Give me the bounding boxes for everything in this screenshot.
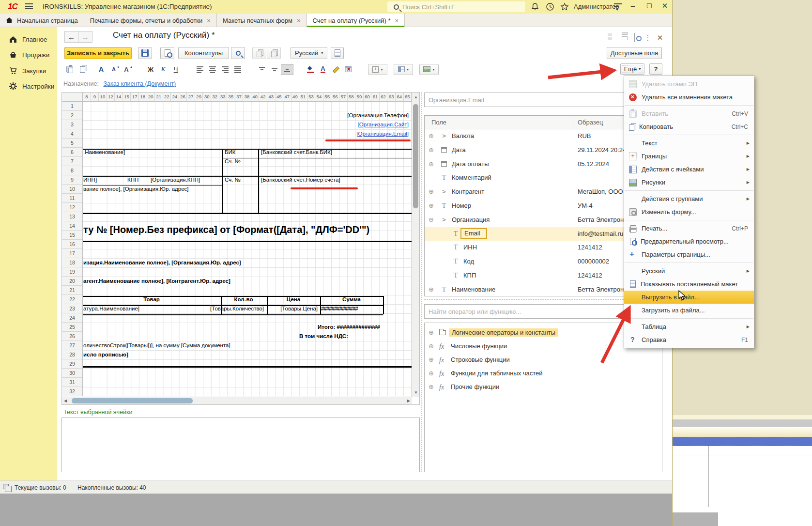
column-header[interactable]: 33: [219, 93, 228, 101]
row-header[interactable]: 14: [62, 221, 82, 231]
row-header[interactable]: 3: [62, 120, 82, 129]
expand-icon[interactable]: ⊕: [429, 342, 434, 350]
sheet-cell-text[interactable]: Сумма: [342, 296, 361, 303]
column-header[interactable]: 55: [323, 93, 332, 101]
column-headers[interactable]: 8910121415171820212224262729303233353738…: [83, 93, 412, 102]
expand-icon[interactable]: ⊕: [429, 356, 434, 363]
print-preview-icon[interactable]: [630, 33, 639, 42]
save-button[interactable]: [138, 47, 152, 59]
font-size-increase-icon[interactable]: А: [120, 64, 133, 75]
kebab-menu-icon[interactable]: ⋮: [643, 33, 652, 42]
headers-footers-button[interactable]: Колонтитулы: [178, 47, 229, 59]
1c-logo-icon[interactable]: 1С: [8, 2, 17, 12]
row-header[interactable]: 10: [62, 185, 82, 194]
menu-item[interactable]: СправкаF1: [624, 333, 754, 346]
clear-format-icon[interactable]: [342, 64, 354, 75]
function-group-label[interactable]: Числовые функции: [451, 342, 507, 350]
field-label[interactable]: Валюта: [452, 132, 474, 139]
menu-item[interactable]: Действия с ячейками▶: [624, 163, 754, 176]
align-center-icon[interactable]: [206, 64, 219, 75]
row-header[interactable]: 12: [62, 203, 82, 212]
sheet-cell-text[interactable]: вание полное], [Организация.Юр. адрес]: [83, 186, 189, 193]
expand-icon[interactable]: ⊕: [429, 160, 434, 168]
sheet-cell-text[interactable]: БИК: [225, 149, 236, 156]
function-group-label[interactable]: Строковые функции: [451, 356, 510, 363]
field-label[interactable]: Наименование: [452, 286, 495, 293]
column-header[interactable]: 62: [380, 93, 388, 101]
column-header[interactable]: 18: [139, 93, 147, 101]
layout-spreadsheet[interactable]: 8910121415171820212224262729303233353738…: [61, 92, 420, 405]
column-header[interactable]: 60: [364, 93, 372, 101]
save-and-close-button[interactable]: Записать и закрыть: [64, 47, 132, 59]
column-header[interactable]: 30: [203, 93, 211, 101]
row-header[interactable]: 17: [62, 249, 82, 258]
field-label[interactable]: Дата оплаты: [452, 160, 489, 168]
sheet-cell-text[interactable]: оличествоСтрок([Товары])], на сумму [Сум…: [83, 342, 230, 349]
menu-item[interactable]: Печать...Ctrl+P: [624, 222, 754, 235]
italic-icon[interactable]: К: [157, 64, 169, 75]
column-header[interactable]: 15: [123, 93, 131, 101]
row-header[interactable]: 30: [62, 369, 82, 378]
assignment-link[interactable]: Заказ клиента (Документ): [103, 80, 176, 87]
row-header[interactable]: 8: [62, 166, 82, 175]
tab-active[interactable]: Счет на оплату (Русский) *×: [307, 14, 405, 27]
expand-icon[interactable]: ⊕: [429, 370, 434, 377]
row-header[interactable]: 25: [62, 323, 82, 332]
sheet-cell-text[interactable]: [Товары.Цена]: [280, 305, 318, 312]
sheet-cell-text[interactable]: Кол-во: [234, 296, 253, 303]
column-header[interactable]: 9: [91, 93, 99, 101]
print-icon[interactable]: [616, 33, 625, 42]
row-headers[interactable]: 1234567891011121314151617181920212223242…: [62, 102, 83, 396]
function-group-label[interactable]: Функции для табличных частей: [451, 370, 543, 377]
function-group-row[interactable]: ⊕fxФункции для табличных частей: [425, 367, 662, 380]
favorites-star-icon[interactable]: [560, 2, 569, 11]
column-header[interactable]: 8: [83, 93, 91, 101]
expand-icon[interactable]: ⊕: [429, 146, 434, 154]
row-header[interactable]: 28: [62, 350, 82, 359]
menu-item[interactable]: Предварительный просмотр...: [624, 235, 754, 248]
valign-bottom-icon[interactable]: [281, 64, 293, 75]
horizontal-scrollbar[interactable]: ◀ ▶: [62, 397, 412, 404]
column-header[interactable]: 47: [283, 93, 291, 101]
valign-top-icon[interactable]: [256, 64, 268, 75]
sheet-cell-text[interactable]: изация.Наименование полное], [Организаци…: [83, 259, 241, 266]
field-label[interactable]: Номер: [452, 202, 471, 209]
sheet-cell-text[interactable]: [Организация.Email]: [356, 130, 409, 138]
back-button[interactable]: ←: [64, 31, 78, 43]
underline-icon[interactable]: Ч: [169, 64, 182, 75]
column-field[interactable]: Поле: [431, 119, 446, 126]
expand-icon[interactable]: ⊕: [429, 329, 434, 336]
row-header[interactable]: 6: [62, 148, 82, 157]
function-group-row[interactable]: ⊕fxПрочие функции: [425, 380, 662, 394]
service-menu-icon[interactable]: [614, 3, 622, 10]
align-left-icon[interactable]: [194, 64, 206, 75]
row-header[interactable]: 2: [62, 111, 82, 120]
row-header[interactable]: 4: [62, 129, 82, 139]
sheet-grid[interactable]: [83, 102, 412, 396]
vscroll-thumb[interactable]: [413, 104, 418, 208]
row-header[interactable]: 20: [62, 277, 82, 286]
column-header[interactable]: 54: [315, 93, 323, 101]
column-header[interactable]: 61: [371, 93, 380, 101]
row-header[interactable]: 26: [62, 332, 82, 341]
valign-middle-icon[interactable]: [268, 64, 281, 75]
field-label[interactable]: Комментарий: [452, 174, 491, 181]
copy-icon[interactable]: [76, 64, 89, 75]
column-header[interactable]: 22: [163, 93, 171, 101]
row-header[interactable]: 19: [62, 267, 82, 277]
sheet-cell-text[interactable]: исло прописью]: [83, 351, 128, 358]
sheet-cell-text[interactable]: ##############: [321, 305, 358, 312]
row-header[interactable]: 16: [62, 240, 82, 249]
sheet-corner[interactable]: [62, 93, 83, 102]
column-header[interactable]: 56: [331, 93, 339, 101]
sheet-cell-text[interactable]: Товар: [143, 296, 160, 303]
menu-item[interactable]: Рисунки▶: [624, 176, 754, 189]
find-button[interactable]: [231, 47, 245, 59]
tab-item[interactable]: Печатные формы, отчеты и обработки×: [84, 14, 217, 27]
menu-item[interactable]: Текст▶: [624, 137, 754, 150]
column-header[interactable]: 51: [299, 93, 307, 101]
menu-item[interactable]: Таблица▶: [624, 320, 754, 333]
history-clock-icon[interactable]: [546, 2, 554, 11]
column-header[interactable]: 64: [396, 93, 404, 101]
column-header[interactable]: 59: [355, 93, 364, 101]
